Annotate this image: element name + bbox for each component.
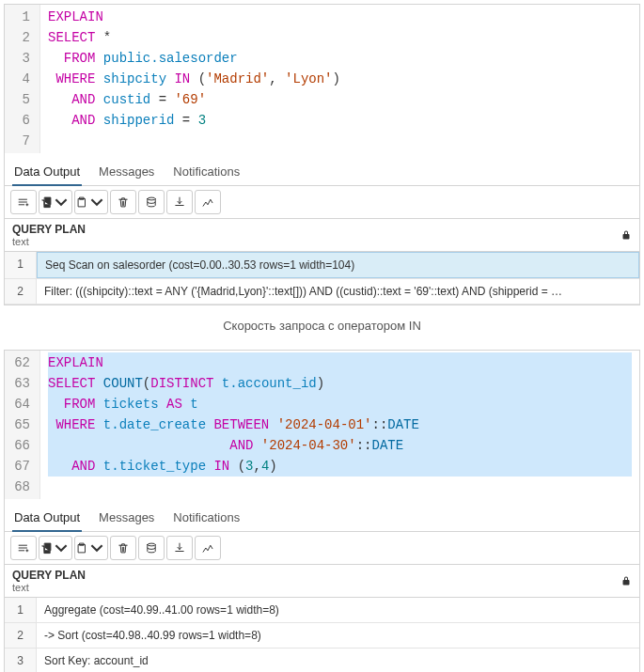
database-button[interactable]	[138, 190, 165, 214]
gutter: 62636465666768	[5, 351, 40, 499]
row-index: 2	[5, 623, 37, 648]
paste-icon	[75, 195, 88, 209]
line-number: 1	[10, 7, 30, 27]
query-plan-cell[interactable]: -> Sort (cost=40.98..40.99 rows=1 width=…	[37, 623, 639, 648]
lock-icon	[620, 229, 632, 241]
copy-icon	[39, 541, 53, 555]
paste-icon	[75, 541, 88, 555]
lock-icon	[620, 575, 632, 586]
sql-editor-1[interactable]: 1234567EXPLAINSELECT * FROM public.sales…	[5, 5, 639, 153]
database-button[interactable]	[138, 536, 165, 560]
result-tabs-1: Data Output Messages Notifications	[5, 153, 639, 186]
table-row[interactable]: 2 -> Sort (cost=40.98..40.99 rows=1 widt…	[5, 623, 639, 649]
code-line[interactable]: FROM public.salesorder	[48, 48, 632, 69]
code-area[interactable]: EXPLAINSELECT * FROM public.salesorder W…	[40, 5, 639, 153]
result-toolbar-1	[5, 186, 639, 219]
chart-button[interactable]	[195, 190, 221, 214]
line-number: 4	[10, 69, 30, 89]
tab-messages[interactable]: Messages	[97, 505, 156, 531]
trash-button[interactable]	[110, 536, 136, 560]
row-index: 2	[5, 279, 37, 304]
chart-icon	[201, 195, 214, 209]
code-line[interactable]: WHERE shipcity IN ('Madrid', 'Lyon')	[48, 69, 632, 89]
copy-button[interactable]	[39, 536, 72, 560]
result-grid-1: 1Seq Scan on salesorder (cost=0.00..30.5…	[5, 252, 639, 305]
row-index: 3	[5, 649, 37, 672]
code-line[interactable]: AND custid = '69'	[48, 89, 632, 110]
code-line[interactable]: SELECT COUNT(DISTINCT t.account_id)	[48, 373, 632, 394]
tab-notifications[interactable]: Notifications	[171, 159, 242, 185]
download-button[interactable]	[166, 536, 193, 560]
column-header-2: QUERY PLAN text	[5, 565, 639, 598]
column-type: text	[12, 236, 86, 247]
line-number: 5	[10, 89, 30, 110]
paste-button[interactable]	[74, 190, 108, 214]
database-icon	[145, 195, 158, 209]
tab-messages[interactable]: Messages	[97, 159, 156, 185]
line-number: 7	[10, 131, 30, 151]
code-line[interactable]: FROM tickets AS t	[48, 394, 632, 414]
result-tabs-2: Data Output Messages Notifications	[5, 499, 639, 532]
line-number: 62	[10, 352, 30, 373]
line-number: 66	[10, 435, 30, 456]
tab-notifications[interactable]: Notifications	[171, 505, 242, 531]
line-number: 67	[10, 456, 30, 477]
chart-button[interactable]	[195, 536, 221, 560]
copy-icon	[39, 195, 53, 209]
result-grid-2: 1Aggregate (cost=40.99..41.00 rows=1 wid…	[5, 598, 639, 672]
add-row-button[interactable]	[10, 536, 37, 560]
trash-button[interactable]	[110, 190, 136, 214]
gutter: 1234567	[5, 5, 40, 153]
row-index: 1	[5, 598, 37, 622]
query-panel-2: 62636465666768EXPLAINSELECT COUNT(DISTIN…	[4, 350, 640, 672]
download-button[interactable]	[166, 190, 193, 214]
table-row[interactable]: 1Aggregate (cost=40.99..41.00 rows=1 wid…	[5, 598, 639, 623]
code-line[interactable]: WHERE t.date_create BETWEEN '2024-04-01'…	[48, 414, 632, 435]
chart-icon	[201, 541, 214, 555]
column-name: QUERY PLAN	[12, 569, 86, 582]
line-number: 2	[10, 27, 30, 48]
table-row[interactable]: 1Seq Scan on salesorder (cost=0.00..30.5…	[5, 252, 639, 279]
code-line[interactable]: EXPLAIN	[48, 352, 632, 373]
paste-button[interactable]	[74, 536, 108, 560]
code-area[interactable]: EXPLAINSELECT COUNT(DISTINCT t.account_i…	[40, 351, 639, 499]
line-number: 63	[10, 373, 30, 394]
table-row[interactable]: 2 Filter: (((shipcity)::text = ANY ('{Ma…	[5, 279, 639, 305]
query-plan-cell[interactable]: Filter: (((shipcity)::text = ANY ('{Madr…	[37, 279, 639, 304]
table-row[interactable]: 3 Sort Key: account_id	[5, 649, 639, 672]
column-type: text	[12, 582, 86, 593]
code-line[interactable]: SELECT *	[48, 27, 632, 48]
line-number: 64	[10, 394, 30, 414]
download-icon	[173, 541, 186, 555]
tab-data-output[interactable]: Data Output	[12, 159, 82, 186]
database-icon	[145, 541, 158, 555]
column-header-1: QUERY PLAN text	[5, 219, 639, 252]
line-number: 68	[10, 477, 30, 497]
add-row-button[interactable]	[10, 190, 37, 214]
row-index: 1	[5, 252, 37, 278]
tab-data-output[interactable]: Data Output	[12, 505, 82, 532]
sql-editor-2[interactable]: 62636465666768EXPLAINSELECT COUNT(DISTIN…	[5, 351, 639, 499]
query-plan-cell[interactable]: Aggregate (cost=40.99..41.00 rows=1 widt…	[37, 598, 639, 622]
column-name: QUERY PLAN	[12, 223, 86, 236]
code-line[interactable]: AND shipperid = 3	[48, 110, 632, 131]
trash-icon	[117, 195, 130, 209]
line-number: 3	[10, 48, 30, 69]
add-row-icon	[17, 541, 30, 555]
caption-1: Скорость запроса с оператором IN	[0, 309, 644, 346]
line-number: 6	[10, 110, 30, 131]
line-number: 65	[10, 414, 30, 435]
code-line[interactable]: AND '2024-04-30'::DATE	[48, 435, 632, 456]
add-row-icon	[17, 195, 30, 209]
query-panel-1: 1234567EXPLAINSELECT * FROM public.sales…	[4, 4, 640, 305]
download-icon	[173, 195, 186, 209]
result-toolbar-2	[5, 532, 639, 565]
query-plan-cell[interactable]: Seq Scan on salesorder (cost=0.00..30.53…	[37, 252, 639, 278]
code-line[interactable]: EXPLAIN	[48, 7, 632, 27]
trash-icon	[117, 541, 130, 555]
query-plan-cell[interactable]: Sort Key: account_id	[37, 649, 639, 672]
code-line[interactable]: AND t.ticket_type IN (3,4)	[48, 456, 632, 477]
copy-button[interactable]	[39, 190, 72, 214]
